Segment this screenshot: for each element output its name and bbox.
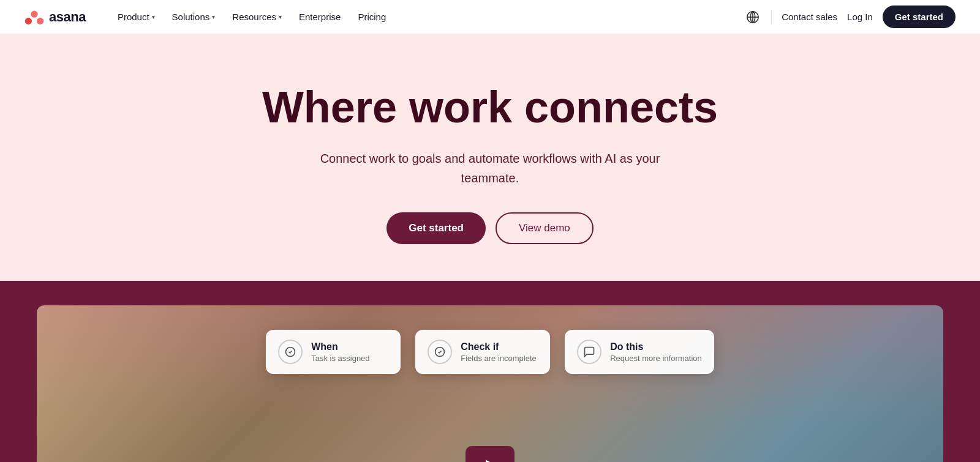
hero-get-started-button[interactable]: Get started	[386, 212, 486, 244]
nav-item-resources[interactable]: Resources ▾	[225, 7, 289, 27]
dothis-icon	[577, 340, 601, 364]
contact-sales-link[interactable]: Contact sales	[782, 12, 837, 22]
hero-title: Where work connects	[24, 83, 956, 132]
nav-item-enterprise[interactable]: Enterprise	[292, 7, 348, 27]
nav-item-pricing[interactable]: Pricing	[350, 7, 393, 27]
hero-subtitle: Connect work to goals and automate workf…	[318, 149, 662, 188]
checkif-icon	[428, 340, 452, 364]
svg-point-0	[31, 10, 37, 17]
checkif-label: Check if	[461, 341, 537, 352]
when-card-text: When Task is assigned	[311, 341, 369, 363]
video-section: When Task is assigned Check if Field	[0, 281, 980, 462]
nav-divider	[771, 10, 772, 24]
dothis-sublabel: Request more information	[610, 354, 702, 363]
when-sublabel: Task is assigned	[311, 354, 369, 363]
chevron-down-icon: ▾	[279, 13, 282, 20]
when-label: When	[311, 341, 369, 352]
nav-get-started-button[interactable]: Get started	[883, 6, 956, 28]
svg-point-2	[37, 17, 43, 24]
video-background: When Task is assigned Check if Field	[37, 305, 943, 462]
hero-buttons: Get started View demo	[24, 212, 956, 244]
when-icon	[278, 340, 303, 364]
play-button-area[interactable]	[466, 446, 514, 462]
chevron-down-icon: ▾	[152, 13, 155, 20]
video-container: When Task is assigned Check if Field	[37, 305, 943, 462]
nav-item-product[interactable]: Product ▾	[110, 7, 162, 27]
logo[interactable]: asana	[24, 7, 86, 27]
workflow-card-when: When Task is assigned	[266, 330, 401, 374]
nav-item-solutions[interactable]: Solutions ▾	[165, 7, 223, 27]
checkif-card-text: Check if Fields are incomplete	[461, 341, 537, 363]
dothis-card-text: Do this Request more information	[610, 341, 702, 363]
svg-point-1	[25, 17, 32, 24]
chevron-down-icon: ▾	[212, 13, 215, 20]
dothis-label: Do this	[610, 341, 702, 352]
workflow-card-dothis: Do this Request more information	[565, 330, 714, 374]
workflow-cards: When Task is assigned Check if Field	[266, 330, 714, 374]
checkif-sublabel: Fields are incomplete	[461, 354, 537, 363]
nav-links: Product ▾ Solutions ▾ Resources ▾ Enterp…	[110, 7, 744, 27]
language-icon[interactable]	[744, 9, 761, 26]
logo-text: asana	[49, 9, 86, 25]
play-button[interactable]	[466, 446, 514, 462]
workflow-card-checkif: Check if Fields are incomplete	[415, 330, 550, 374]
navbar: asana Product ▾ Solutions ▾ Resources ▾ …	[0, 0, 980, 34]
nav-right: Contact sales Log In Get started	[744, 6, 956, 28]
hero-section: Where work connects Connect work to goal…	[0, 34, 980, 281]
hero-view-demo-button[interactable]: View demo	[496, 212, 594, 244]
login-link[interactable]: Log In	[847, 12, 873, 22]
